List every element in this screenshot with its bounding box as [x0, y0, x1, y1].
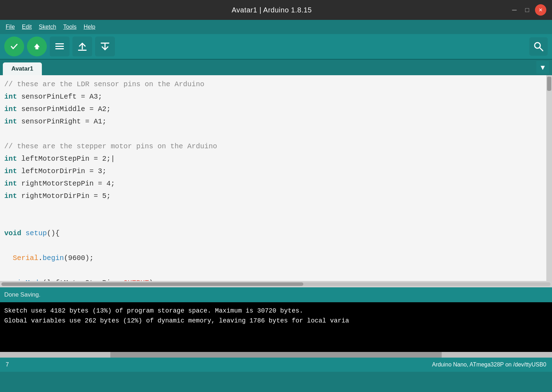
- window-controls: ─ □ ✕: [509, 4, 546, 16]
- horizontal-scrollbar[interactable]: [0, 281, 552, 287]
- console-scrollbar-track: [0, 352, 552, 358]
- menu-sketch[interactable]: Sketch: [36, 22, 59, 32]
- menu-edit[interactable]: Edit: [19, 22, 35, 32]
- code-editor[interactable]: // these are the LDR sensor pins on the …: [0, 75, 552, 281]
- console-scrollbar-thumb[interactable]: [110, 352, 442, 358]
- tab-dropdown-button[interactable]: ▼: [536, 61, 549, 74]
- board-info: Arduino Nano, ATmega328P on /dev/ttyUSB0: [432, 361, 546, 368]
- verify-button[interactable]: [4, 37, 24, 56]
- svg-rect-7: [101, 43, 109, 44]
- code-content[interactable]: // these are the LDR sensor pins on the …: [0, 75, 552, 281]
- open-button[interactable]: [72, 37, 92, 56]
- h-scrollbar-thumb[interactable]: [1, 282, 303, 286]
- console-output: Sketch uses 4182 bytes (13%) of program …: [4, 306, 548, 326]
- vertical-scrollbar[interactable]: [546, 75, 552, 281]
- scrollbar-thumb[interactable]: [547, 77, 551, 91]
- svg-rect-5: [55, 48, 64, 49]
- maximize-button[interactable]: □: [522, 5, 532, 15]
- bottom-status-bar: 7 Arduino Nano, ATmega328P on /dev/ttyUS…: [0, 358, 552, 372]
- console-scrollbar[interactable]: [0, 352, 552, 358]
- line-number: 7: [6, 361, 9, 368]
- menu-help[interactable]: Help: [81, 22, 98, 32]
- h-scrollbar-track: [1, 282, 551, 286]
- tab-avatar1[interactable]: Avatar1: [3, 62, 42, 75]
- svg-rect-6: [78, 50, 87, 51]
- console-area: Sketch uses 4182 bytes (13%) of program …: [0, 302, 552, 352]
- search-button[interactable]: [529, 37, 548, 56]
- save-button[interactable]: [95, 37, 115, 56]
- toolbar: [0, 34, 552, 60]
- menu-tools[interactable]: Tools: [60, 22, 79, 32]
- close-button[interactable]: ✕: [535, 4, 546, 16]
- menu-bar: File Edit Sketch Tools Help: [0, 20, 552, 34]
- upload-button[interactable]: [27, 37, 47, 56]
- window-title: Avatar1 | Arduino 1.8.15: [34, 6, 509, 14]
- title-bar: Avatar1 | Arduino 1.8.15 ─ □ ✕: [0, 0, 552, 20]
- tab-bar: Avatar1 ▼: [0, 60, 552, 75]
- editor-container: // these are the LDR sensor pins on the …: [0, 75, 552, 281]
- menu-file[interactable]: File: [3, 22, 18, 32]
- status-bar: Done Saving.: [0, 287, 552, 302]
- svg-rect-4: [55, 46, 64, 47]
- status-message: Done Saving.: [4, 291, 40, 298]
- svg-rect-3: [55, 43, 64, 44]
- minimize-button[interactable]: ─: [509, 5, 519, 15]
- svg-line-9: [540, 48, 543, 51]
- new-button[interactable]: [50, 37, 70, 56]
